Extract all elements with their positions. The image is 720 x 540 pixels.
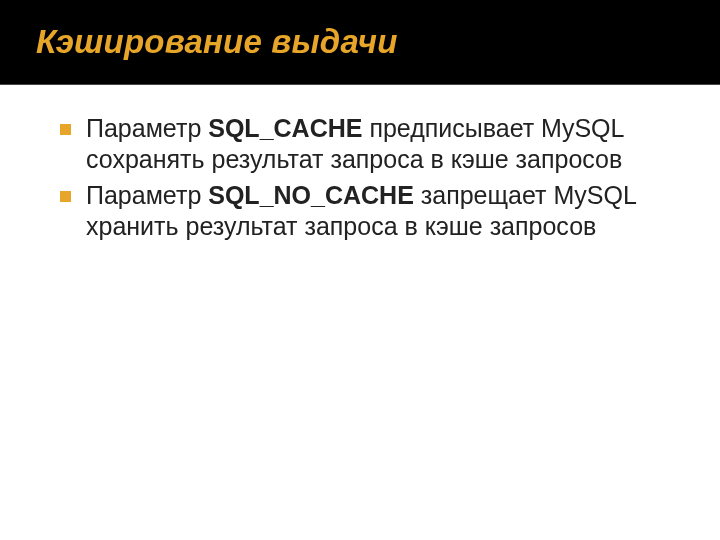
list-item: Параметр SQL_NO_CACHE запрещает MySQL хр…	[60, 180, 660, 241]
bullet-list: Параметр SQL_CACHE предписывает MySQL со…	[60, 113, 660, 241]
bullet-prefix: Параметр	[86, 114, 208, 142]
slide-title: Кэширование выдачи	[36, 23, 398, 61]
content-area: Параметр SQL_CACHE предписывает MySQL со…	[0, 85, 720, 241]
bullet-keyword: SQL_CACHE	[208, 114, 362, 142]
bullet-prefix: Параметр	[86, 181, 208, 209]
list-item: Параметр SQL_CACHE предписывает MySQL со…	[60, 113, 660, 174]
slide: Кэширование выдачи Параметр SQL_CACHE пр…	[0, 0, 720, 540]
title-bar: Кэширование выдачи	[0, 0, 720, 84]
bullet-keyword: SQL_NO_CACHE	[208, 181, 414, 209]
